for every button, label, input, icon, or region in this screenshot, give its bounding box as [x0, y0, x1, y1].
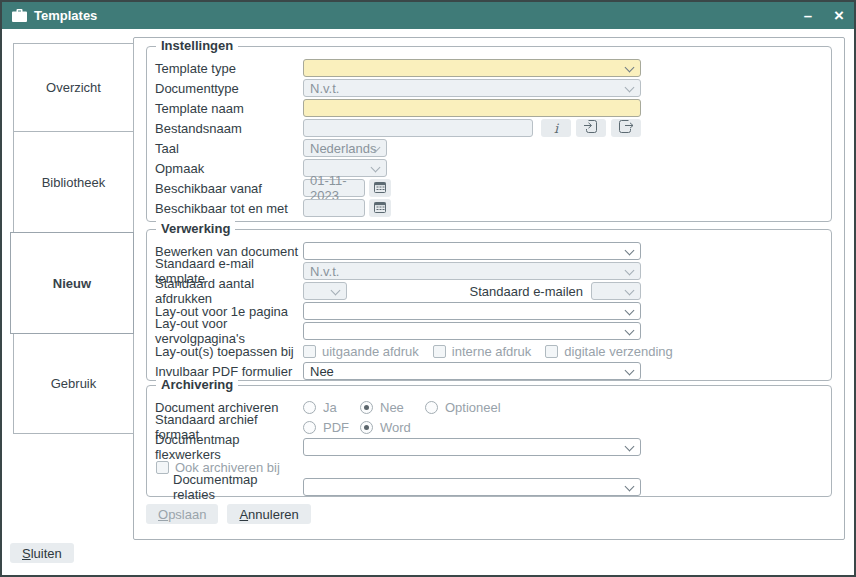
tab-nieuw-label: Nieuw	[53, 276, 91, 291]
checkbox-interne-afdruk-label: interne afdruk	[452, 344, 532, 359]
radio-word	[360, 421, 373, 434]
opmaak-label: Opmaak	[155, 161, 303, 176]
taal-label: Taal	[155, 141, 303, 156]
template-naam-input[interactable]	[303, 99, 641, 117]
beschikbaar-vanaf-input: 01-11-2023	[303, 179, 365, 197]
bestandsnaam-label: Bestandsnaam	[155, 121, 303, 136]
taal-select: Nederlands	[303, 139, 387, 157]
radio-optioneel	[425, 401, 438, 414]
beschikbaar-tot-label: Beschikbaar tot en met	[155, 201, 303, 216]
checkbox-digitale-verzending-label: digitale verzending	[564, 344, 672, 359]
archivering-legend: Archivering	[156, 377, 238, 392]
beschikbaar-vanaf-label: Beschikbaar vanaf	[155, 181, 303, 196]
panel-footer: Opslaan Annuleren	[146, 504, 311, 524]
emailen-select	[591, 282, 641, 300]
email-template-select: N.v.t.	[303, 262, 641, 280]
tab-gebruik-label: Gebruik	[51, 376, 97, 391]
checkbox-uitgaande-afdruk-label: uitgaande afdruk	[322, 344, 419, 359]
flexwerkers-label: Documentmap flexwerkers	[155, 432, 303, 462]
template-naam-label: Template naam	[155, 101, 303, 116]
relaties-select[interactable]	[303, 478, 641, 496]
tab-gebruik[interactable]: Gebruik	[13, 333, 134, 434]
sluiten-button[interactable]: Sluiten	[10, 543, 74, 563]
layout-eerste-select[interactable]	[303, 302, 641, 320]
documenttype-select: N.v.t.	[303, 79, 641, 97]
export-file-button[interactable]	[611, 119, 641, 137]
flexwerkers-select[interactable]	[303, 438, 641, 456]
emailen-label: Standaard e-mailen	[470, 284, 583, 299]
radio-ja	[303, 401, 316, 414]
info-icon: i	[554, 121, 558, 136]
briefcase-icon	[12, 9, 27, 22]
radio-optioneel-label: Optioneel	[445, 400, 501, 415]
email-template-value: N.v.t.	[310, 264, 339, 279]
beschikbaar-tot-input	[303, 199, 365, 217]
info-button[interactable]: i	[541, 119, 571, 137]
minimize-button[interactable]: –	[804, 7, 812, 24]
tab-bibliotheek-label: Bibliotheek	[42, 175, 106, 190]
close-icon[interactable]: ×	[834, 7, 844, 24]
layout-vervolg-select[interactable]	[303, 322, 641, 340]
file-import-icon	[584, 120, 598, 136]
radio-word-label: Word	[380, 420, 411, 435]
checkbox-interne-afdruk	[433, 345, 446, 358]
instellingen-legend: Instellingen	[156, 38, 238, 53]
taal-value: Nederlands	[310, 141, 377, 156]
bewerken-select[interactable]	[303, 242, 641, 260]
content-panel: Instellingen Template type Documenttype …	[133, 37, 845, 540]
templates-dialog: Templates – × Overzicht Bibliotheek Nieu…	[0, 0, 856, 577]
tab-bibliotheek[interactable]: Bibliotheek	[13, 131, 134, 233]
radio-pdf	[303, 421, 316, 434]
group-verwerking: Verwerking Bewerken van document Standaa…	[146, 229, 832, 381]
beschikbaar-vanaf-calendar-button[interactable]	[369, 179, 391, 197]
invulbaar-select[interactable]: Nee	[303, 362, 641, 380]
checkbox-digitale-verzending	[545, 345, 558, 358]
aantal-afdrukken-select	[303, 282, 347, 300]
checkbox-uitgaande-afdruk	[303, 345, 316, 358]
beschikbaar-tot-calendar-button[interactable]	[369, 199, 391, 217]
relaties-label: Documentmap relaties	[155, 472, 303, 502]
window-title: Templates	[34, 8, 97, 23]
titlebar: Templates – ×	[2, 2, 854, 29]
radio-nee-label: Nee	[380, 400, 404, 415]
aantal-afdrukken-label: Standaard aantal afdrukken	[155, 276, 303, 306]
template-type-select[interactable]	[303, 59, 641, 77]
tab-nieuw[interactable]: Nieuw	[10, 232, 134, 334]
documenttype-label: Documenttype	[155, 81, 303, 96]
group-archivering: Archivering Document archiveren Ja Nee O…	[146, 385, 832, 497]
group-instellingen: Instellingen Template type Documenttype …	[146, 46, 832, 222]
bestandsnaam-input	[303, 119, 533, 137]
calendar-icon	[374, 181, 386, 196]
verwerking-legend: Verwerking	[156, 221, 235, 236]
radio-pdf-label: PDF	[323, 420, 349, 435]
cancel-button[interactable]: Annuleren	[227, 504, 310, 524]
calendar-icon	[374, 201, 386, 216]
tab-overzicht[interactable]: Overzicht	[13, 43, 134, 132]
documenttype-value: N.v.t.	[310, 81, 339, 96]
radio-nee	[360, 401, 373, 414]
file-export-icon	[619, 120, 633, 136]
layout-toepassen-label: Lay-out(s) toepassen bij	[155, 344, 303, 359]
save-button: Opslaan	[146, 504, 218, 524]
tab-overzicht-label: Overzicht	[46, 80, 101, 95]
invulbaar-value: Nee	[310, 364, 334, 379]
template-type-label: Template type	[155, 61, 303, 76]
import-file-button[interactable]	[576, 119, 606, 137]
layout-vervolg-label: Lay-out voor vervolgpagina's	[155, 316, 303, 346]
radio-ja-label: Ja	[323, 400, 337, 415]
